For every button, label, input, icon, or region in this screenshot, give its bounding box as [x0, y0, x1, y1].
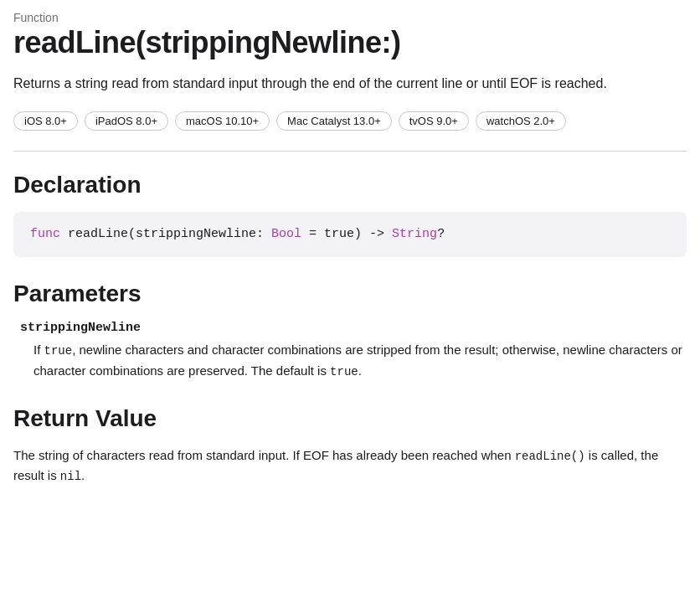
param-desc-prefix: If — [33, 342, 44, 357]
return-value-title: Return Value — [13, 405, 687, 432]
code-plain-2: = true) -> — [301, 227, 392, 241]
return-description: The string of characters read from stand… — [13, 445, 687, 486]
code-type-bool: Bool — [271, 227, 301, 241]
code-keyword: func — [30, 227, 60, 241]
availability-tags: iOS 8.0+ iPadOS 8.0+ macOS 10.10+ Mac Ca… — [13, 111, 687, 131]
return-code-function: readLine() — [515, 450, 585, 463]
tag-mac-catalyst: Mac Catalyst 13.0+ — [276, 111, 392, 131]
param-name: strippingNewline — [20, 321, 687, 335]
code-type-string: String — [392, 227, 437, 241]
tag-ipados: iPadOS 8.0+ — [85, 111, 168, 131]
param-desc-suffix: . — [358, 363, 362, 378]
parameters-section: Parameters strippingNewline If true, new… — [13, 281, 687, 381]
tag-ios: iOS 8.0+ — [13, 111, 78, 131]
declaration-title: Declaration — [13, 172, 687, 198]
declaration-code: func readLine(strippingNewline: Bool = t… — [13, 212, 687, 258]
description: Returns a string read from standard inpu… — [13, 74, 683, 95]
code-plain-1: readLine(strippingNewline: — [60, 227, 271, 241]
tag-tvos: tvOS 9.0+ — [399, 111, 469, 131]
parameters-title: Parameters — [13, 281, 687, 307]
tag-macos: macOS 10.10+ — [175, 111, 270, 131]
param-code-default: true — [330, 365, 358, 378]
page-title: readLine(strippingNewline:) — [13, 25, 687, 60]
breadcrumb: Function — [13, 11, 59, 24]
section-divider — [13, 151, 687, 152]
return-value-section: Return Value The string of characters re… — [13, 405, 687, 486]
param-item: strippingNewline If true, newline charac… — [13, 321, 687, 381]
return-code-nil: nil — [60, 470, 81, 483]
param-code-true: true — [44, 344, 73, 358]
return-desc-suffix: . — [81, 468, 85, 482]
tag-watchos: watchOS 2.0+ — [476, 111, 566, 131]
return-desc-prefix: The string of characters read from stand… — [13, 448, 515, 462]
param-description: If true, newline characters and characte… — [33, 340, 687, 381]
code-optional: ? — [437, 227, 445, 241]
